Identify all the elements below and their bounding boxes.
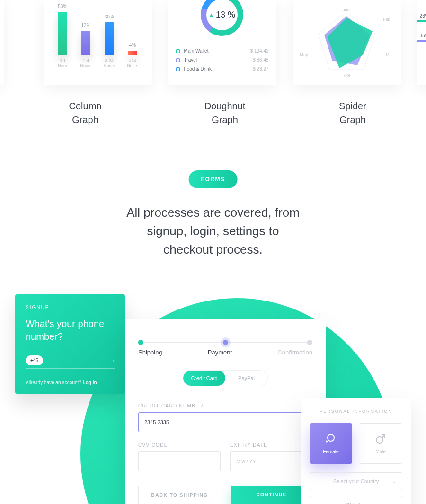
mini-card-left [0, 0, 4, 85]
phone-input-row[interactable]: +45 › [26, 355, 115, 369]
section-headline: All processes are covered, from signup, … [0, 203, 426, 259]
caption-spider: SpiderGraph [293, 99, 412, 127]
mini-pct-2: 35% [417, 33, 426, 38]
country-select[interactable]: Select your Country ⌄ [310, 472, 402, 490]
step-dot-payment[interactable] [223, 340, 228, 345]
personal-info-card: PERSONAL INFORMATION Female Male Select … [301, 398, 411, 504]
spider-label-feb: Feb [383, 17, 390, 22]
payment-method-toggle[interactable]: Credit Card PayPal [183, 370, 268, 386]
col-pct-1: 53% [58, 4, 67, 9]
caption-column: ColumnGraph [14, 99, 156, 127]
signup-footer: Allready have an account? Log in [26, 380, 115, 385]
triangle-up-icon: ▲ [209, 12, 214, 18]
chevron-right-icon[interactable]: › [113, 357, 115, 364]
svg-point-5 [328, 434, 334, 441]
step-dot-shipping[interactable] [138, 340, 143, 345]
col-bar-1: 53% 0-1Hour [52, 4, 73, 69]
male-icon [374, 433, 387, 445]
svg-point-8 [376, 437, 383, 443]
col-bar-4: 4% >24Hours [122, 43, 143, 69]
female-icon [325, 433, 337, 445]
step-label-confirmation: Confirmation [277, 349, 312, 356]
toggle-paypal[interactable]: PayPal [225, 371, 267, 386]
spider-label-may: May [300, 53, 308, 57]
step-dot-confirmation [307, 340, 312, 345]
continue-button[interactable]: CONTINUE [231, 486, 312, 504]
doughnut-chart: ▲13 % [201, 0, 243, 36]
card-number-label: CREDIT CARD NUMBER [138, 403, 312, 408]
signup-title: What's your phone number? [26, 318, 115, 343]
doughnut-card: ▲13 % Main Wallet $ 194.42 Travel $ 86.4… [168, 0, 276, 85]
checkout-card: Shipping Payment Confirmation Credit Car… [125, 319, 326, 504]
birthday-select[interactable]: Birthday [310, 496, 402, 504]
cvv-input[interactable] [138, 451, 221, 471]
caption-doughnut: DoughnutGraph [156, 99, 293, 127]
col-bar-2: 13% 1-4Hours [75, 23, 97, 69]
spider-chart [311, 8, 382, 79]
gender-male-button[interactable]: Male [359, 423, 402, 464]
wallet-row-travel: Travel $ 86.48 [176, 55, 269, 64]
dot-icon [176, 49, 180, 53]
signup-card: SIGNUP What's your phone number? +45 › A… [15, 294, 125, 394]
spider-card: Jun Feb Mar Apr May [293, 0, 401, 85]
wallet-row-food: Food & Drink $ 23.27 [176, 64, 269, 73]
doughnut-center-value: 13 % [216, 10, 235, 20]
spider-label-apr: Apr [344, 73, 350, 78]
step-label-shipping: Shipping [138, 349, 162, 356]
step-label-payment: Payment [208, 349, 232, 356]
col-bar-3: 30% 8-24Hours [98, 14, 120, 69]
dot-icon [176, 58, 180, 62]
country-code-chip[interactable]: +45 [26, 355, 43, 365]
card-number-input[interactable]: 2345 2335 | [138, 412, 312, 432]
login-link[interactable]: Log in [83, 380, 97, 385]
chevron-down-icon: ⌄ [392, 479, 396, 484]
spider-label-mar: Mar [386, 53, 393, 57]
dot-icon [176, 67, 180, 71]
forms-pill: FORMS [189, 170, 238, 188]
personal-tag: PERSONAL INFORMATION [310, 409, 402, 414]
toggle-credit-card[interactable]: Credit Card [183, 371, 225, 386]
wallet-row-main: Main Wallet $ 194.42 [176, 46, 269, 55]
spider-label-jun: Jun [343, 8, 350, 12]
column-graph-card: 53% 0-1Hour 13% 1-4Hours 30% 8-24Hours 4… [44, 0, 152, 85]
checkout-stepper [138, 340, 312, 345]
expiry-input[interactable]: MM / YY [230, 451, 312, 471]
cvv-label: CVV CODE [138, 442, 221, 448]
gender-female-button[interactable]: Female [310, 423, 352, 464]
graph-captions-row: ColumnGraph DoughnutGraph SpiderGraph [0, 99, 426, 127]
mini-pct-1: 23% [417, 13, 426, 18]
expiry-label: EXPIRY DATE [230, 442, 312, 448]
back-to-shipping-button[interactable]: BACK TO SHIPPING [138, 486, 221, 504]
signup-tag: SIGNUP [26, 305, 115, 310]
mini-card-right: 23% 35% [417, 0, 426, 85]
graph-cards-row: 53% 0-1Hour 13% 1-4Hours 30% 8-24Hours 4… [0, 0, 426, 85]
